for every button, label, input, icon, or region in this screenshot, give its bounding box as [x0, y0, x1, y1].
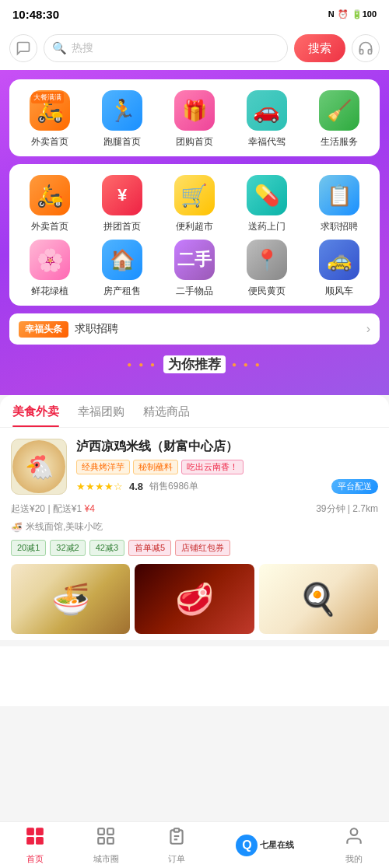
brand-text: 七星在线: [260, 839, 294, 851]
classified-label: 便民黄页: [248, 285, 286, 298]
ticker-text: 求职招聘: [75, 322, 360, 336]
daijia-label: 幸福代驾: [248, 135, 286, 149]
coupon-4[interactable]: 首单减5: [128, 540, 171, 556]
medicine-icon: 💊: [247, 175, 287, 215]
svg-rect-2: [27, 837, 35, 845]
svg-rect-3: [37, 837, 44, 845]
restaurant-info: 泸西凉鸡米线（财富中心店） 经典烤洋芋 秘制蘸料 吃出云南香！ ★★★★☆ 4.…: [76, 439, 378, 495]
ticker-arrow: ›: [366, 322, 370, 336]
news-ticker[interactable]: 幸福头条 求职招聘 ›: [9, 313, 380, 345]
search-icon: 🔍: [52, 41, 67, 55]
svg-rect-1: [37, 828, 44, 835]
sales: 销售6986单: [149, 480, 198, 493]
home-icon: [25, 826, 45, 851]
category-carpool[interactable]: 🚕 顺风车: [303, 240, 375, 298]
search-button[interactable]: 搜索: [294, 34, 345, 62]
orders-icon: [166, 826, 187, 851]
tab-food[interactable]: 美食外卖: [12, 404, 59, 427]
nav-city[interactable]: 城市圈: [71, 826, 142, 865]
rec-title-text: 为你推荐: [163, 355, 226, 373]
food-image-3: 🍳: [259, 564, 378, 634]
coupon-2[interactable]: 32减2: [50, 540, 85, 556]
category-waimai1[interactable]: 🛵 大餐满满 外卖首页: [14, 90, 86, 149]
nav-orders[interactable]: 订单: [142, 826, 212, 865]
rec-dots-right: ● ● ●: [232, 360, 262, 369]
restaurant-tags: 经典烤洋芋 秘制蘸料 吃出云南香！: [76, 460, 378, 474]
svg-rect-4: [99, 828, 105, 835]
nav-city-label: 城市圈: [93, 853, 119, 865]
category-flower[interactable]: 🌸 鲜花绿植: [14, 240, 86, 298]
waimai1-icon: 🛵 大餐满满: [30, 90, 70, 131]
category-tuangou[interactable]: 🎁 团购首页: [159, 90, 231, 149]
nav-mine[interactable]: 我的: [318, 826, 389, 865]
city-icon: [96, 826, 116, 851]
medicine-label: 送药上门: [248, 220, 286, 233]
category-house[interactable]: 🏠 房产租售: [86, 240, 159, 298]
tag-1: 经典烤洋芋: [76, 460, 130, 474]
shop-type: 🍜 米线面馆,美味小吃: [11, 520, 378, 534]
ticker-tag: 幸福头条: [19, 321, 68, 338]
secondhand-icon: 二手: [174, 240, 215, 280]
status-bar: 10:48:30 N ⏰ 🔋100: [0, 0, 389, 28]
nav-orders-label: 订单: [168, 853, 185, 865]
coupon-1[interactable]: 20减1: [11, 540, 46, 556]
shop-icon: 🍜: [11, 522, 23, 533]
svg-point-11: [350, 828, 357, 835]
paotui-label: 跑腿首页: [103, 135, 141, 149]
tabs: 美食外卖 幸福团购 精选商品: [0, 395, 389, 428]
daijia-icon: 🚗: [247, 90, 287, 131]
restaurant-header: 🐔 泸西凉鸡米线（财富中心店） 经典烤洋芋 秘制蘸料 吃出云南香！ ★★★★☆ …: [11, 439, 378, 495]
signal-icon: N: [328, 9, 335, 19]
shenghuo-icon: 🧹: [319, 90, 359, 131]
restaurant-logo: 🐔: [11, 439, 67, 495]
house-icon: 🏠: [102, 240, 142, 280]
nav-home[interactable]: 首页: [0, 826, 71, 865]
category-job[interactable]: 📋 求职招聘: [303, 175, 375, 233]
coupon-5[interactable]: 店铺红包券: [175, 540, 230, 556]
min-order: 起送¥20 | 配送¥1 ¥4: [11, 502, 95, 516]
category-secondhand[interactable]: 二手 二手物品: [159, 240, 231, 298]
restaurant-meta: ★★★★☆ 4.8 销售6986单 平台配送: [76, 479, 378, 494]
chat-icon[interactable]: [9, 34, 37, 62]
alarm-icon: ⏰: [338, 9, 349, 19]
tab-group[interactable]: 幸福团购: [78, 404, 124, 427]
tag-3: 吃出云南香！: [181, 460, 244, 474]
svg-rect-6: [99, 838, 105, 844]
category-grid-1: 🛵 大餐满满 外卖首页 🏃 跑腿首页 🎁 团购首页 🚗 幸福代驾 🧹 生活服务: [14, 90, 375, 149]
food-images: 🍜 🥩 🍳: [11, 564, 378, 634]
paotui-icon: 🏃: [102, 90, 142, 131]
tab-selected[interactable]: 精选商品: [143, 404, 190, 427]
food-image-2: 🥩: [135, 564, 254, 634]
category-medicine[interactable]: 💊 送药上门: [230, 175, 303, 233]
category-convenience[interactable]: 🛒 便利超市: [159, 175, 231, 233]
food-image-1: 🍜: [11, 564, 130, 634]
category-shenghuo[interactable]: 🧹 生活服务: [303, 90, 375, 149]
classified-icon: 📍: [247, 240, 287, 280]
category-pintuan[interactable]: ¥ 拼团首页: [86, 175, 159, 233]
mine-icon: [344, 826, 364, 851]
carpool-icon: 🚕: [319, 240, 359, 280]
rating: 4.8: [129, 481, 143, 492]
recommendation-title: ● ● ● 为你推荐 ● ● ●: [9, 352, 380, 381]
restaurant-name: 泸西凉鸡米线（财富中心店）: [76, 439, 378, 455]
waimai1-label: 外卖首页: [31, 135, 68, 149]
coupons: 20减1 32减2 42减3 首单减5 店铺红包券: [11, 540, 378, 556]
category-waimai2[interactable]: 🛵 外卖首页: [14, 175, 86, 233]
nav-mine-label: 我的: [345, 853, 363, 865]
category-daijia[interactable]: 🚗 幸福代驾: [230, 90, 303, 149]
house-label: 房产租售: [103, 285, 141, 298]
customer-service-icon[interactable]: [352, 34, 380, 62]
search-bar[interactable]: 🔍 热搜: [44, 34, 288, 62]
category-paotui[interactable]: 🏃 跑腿首页: [86, 90, 159, 149]
coupon-3[interactable]: 42减3: [89, 540, 124, 556]
header: 🔍 热搜 搜索: [0, 28, 389, 70]
job-label: 求职招聘: [321, 220, 358, 233]
estimated-time-distance: 39分钟 | 2.7km: [316, 502, 378, 516]
waimai2-icon: 🛵: [30, 175, 70, 215]
search-placeholder: 热搜: [72, 41, 279, 55]
category-classified[interactable]: 📍 便民黄页: [230, 240, 303, 298]
flower-label: 鲜花绿植: [31, 285, 68, 298]
svg-rect-5: [108, 828, 114, 835]
nav-brand-center: Q 七星在线: [212, 835, 318, 856]
restaurant-card[interactable]: 🐔 泸西凉鸡米线（财富中心店） 经典烤洋芋 秘制蘸料 吃出云南香！ ★★★★☆ …: [0, 428, 389, 646]
